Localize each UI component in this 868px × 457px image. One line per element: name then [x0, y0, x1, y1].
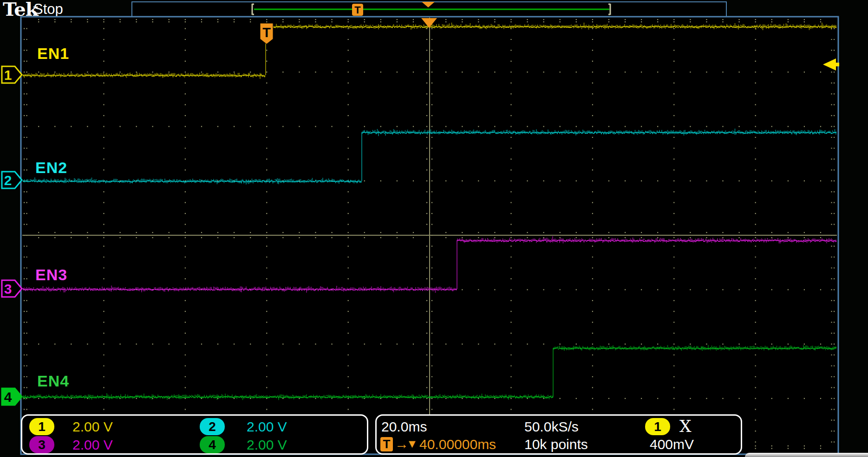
- channel-1-badge: 1: [29, 418, 54, 435]
- record-bar-trigger-marker: T: [354, 4, 361, 16]
- channel-marker-2: 2: [4, 173, 12, 188]
- oscilloscope-screen: Tek Stop 1234TT EN1 EN2 EN3 EN4 1 2.00 V…: [0, 0, 868, 457]
- channel-3-badge: 3: [29, 436, 54, 453]
- channel-marker-1: 1: [4, 67, 12, 83]
- horizontal-trigger-readout-box: 20.0ms 50.0kS/s 1 X T → ▼ 40.00000ms 10k…: [375, 414, 742, 455]
- trigger-point-flag: T: [262, 25, 271, 40]
- reference-marker-icon: ▼: [406, 437, 418, 451]
- channel-3-scale: 2.00 V: [72, 437, 113, 453]
- channel-marker-4: 4: [4, 389, 12, 405]
- trace-label-en3: EN3: [35, 266, 67, 284]
- trigger-delay-readout: 40.00000ms: [419, 437, 496, 452]
- trigger-time-icon: T: [380, 437, 393, 451]
- sample-rate-readout: 50.0kS/s: [524, 419, 579, 435]
- record-length-readout: 10k points: [524, 437, 588, 452]
- trace-label-en4: EN4: [37, 372, 69, 390]
- graticule-and-waveforms: 1234TT: [0, 0, 868, 457]
- trace-label-en1: EN1: [37, 45, 69, 63]
- channel-4-scale: 2.00 V: [247, 437, 287, 453]
- channel-marker-3: 3: [4, 281, 12, 296]
- trace-label-en2: EN2: [35, 159, 67, 177]
- trigger-source-badge: 1: [645, 418, 670, 435]
- channel-4-badge: 4: [200, 436, 225, 453]
- trigger-level-readout: 400mV: [650, 437, 694, 452]
- channel-1-scale: 2.00 V: [72, 419, 113, 435]
- channel-2-badge: 2: [200, 418, 225, 435]
- bottom-panel-edge: [745, 453, 868, 457]
- trigger-slope-icon: X: [679, 417, 692, 436]
- channel-2-scale: 2.00 V: [247, 419, 287, 435]
- channel-scale-readout-box: 1 2.00 V 2 2.00 V 3 2.00 V 4 2.00 V: [21, 414, 368, 455]
- timebase-readout: 20.0ms: [381, 419, 427, 435]
